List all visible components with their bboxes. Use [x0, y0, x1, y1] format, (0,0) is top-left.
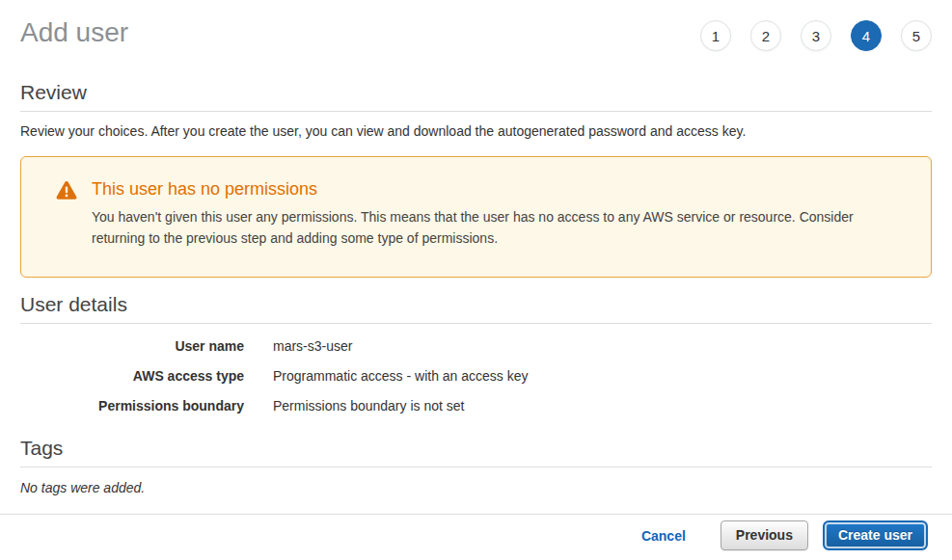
warning-title: This user has no permissions [92, 179, 896, 200]
detail-label: AWS access type [20, 367, 244, 385]
detail-label: Permissions boundary [20, 397, 244, 414]
page-title: Add user [20, 16, 128, 49]
create-user-button[interactable]: Create user [823, 520, 928, 550]
step-indicator-2: 2 [750, 20, 781, 51]
user-details-list: User name mars-s3-user AWS access type P… [20, 337, 932, 414]
previous-button[interactable]: Previous [721, 520, 808, 550]
review-description: Review your choices. After you create th… [20, 122, 932, 140]
step-indicator-3: 3 [801, 20, 831, 51]
tags-section-heading: Tags [20, 436, 932, 467]
wizard-footer: Cancel Previous Create user [0, 514, 952, 560]
review-section-heading: Review [20, 80, 932, 112]
add-user-wizard-page: Add user 1 2 3 4 5 Review Review your ch… [0, 0, 952, 560]
detail-row-permissions-boundary: Permissions boundary Permissions boundar… [20, 397, 932, 414]
detail-label: User name [20, 337, 244, 355]
wizard-header: Add user 1 2 3 4 5 [0, 0, 952, 51]
step-indicator-5: 5 [901, 20, 932, 51]
warning-text-block: This user has no permissions You haven't… [92, 179, 896, 249]
detail-row-user-name: User name mars-s3-user [20, 337, 932, 355]
tags-empty-message: No tags were added. [20, 480, 932, 495]
user-details-section-heading: User details [20, 292, 932, 324]
step-indicator-4: 4 [851, 20, 882, 51]
detail-value: Permissions boundary is not set [273, 397, 464, 414]
detail-value: mars-s3-user [273, 337, 352, 355]
cancel-button[interactable]: Cancel [641, 528, 686, 544]
detail-row-access-type: AWS access type Programmatic access - wi… [20, 367, 932, 385]
no-permissions-warning-banner: This user has no permissions You haven't… [20, 156, 932, 278]
step-indicator-1: 1 [700, 20, 731, 51]
wizard-content: Review Review your choices. After you cr… [0, 80, 952, 495]
warning-body: You haven't given this user any permissi… [92, 206, 896, 249]
warning-triangle-icon [56, 180, 77, 203]
wizard-step-indicator: 1 2 3 4 5 [700, 16, 932, 51]
detail-value: Programmatic access - with an access key [273, 367, 529, 385]
